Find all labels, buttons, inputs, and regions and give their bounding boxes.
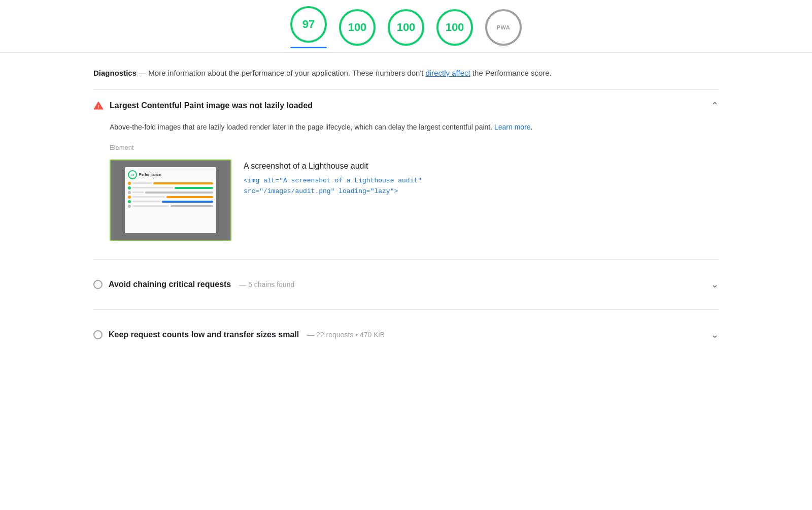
lh-mock-row-6: [128, 205, 213, 208]
element-row: 73 Performance: [110, 160, 719, 249]
element-name: A screenshot of a Lighthouse audit: [244, 162, 719, 171]
lh-mock-line-1: [132, 182, 152, 184]
audit-lcp-description: Above-the-fold images that are lazily lo…: [110, 121, 668, 134]
lh-mock-line-6: [132, 205, 169, 207]
score-seo[interactable]: 100: [436, 9, 473, 46]
audit-circle-icon-1: [93, 280, 103, 289]
audit-lcp-lazy-header[interactable]: ! Largest Contentful Paint image was not…: [93, 100, 719, 111]
audit-chaining-left: Avoid chaining critical requests — 5 cha…: [93, 280, 294, 289]
audit-lcp-description-text: Above-the-fold images that are lazily lo…: [110, 123, 494, 131]
lh-mock-line-4: [132, 196, 165, 198]
lh-mock: 73 Performance: [125, 167, 216, 233]
lh-mock-bar-4: [166, 196, 213, 198]
lh-mock-circle: 73: [128, 170, 137, 179]
audit-request-counts-left: Keep request counts low and transfer siz…: [93, 330, 385, 339]
score-seo-wrapper[interactable]: 100: [436, 9, 473, 46]
score-pwa[interactable]: PWA: [485, 9, 522, 46]
score-accessibility-value: 100: [348, 21, 367, 34]
audit-request-counts-subtitle: — 22 requests • 470 KiB: [307, 331, 385, 339]
warning-icon: !: [93, 101, 104, 111]
diagnostics-header: Diagnostics — More information about the…: [93, 53, 719, 89]
score-accessibility[interactable]: 100: [339, 9, 376, 46]
lh-mock-dot-4: [128, 196, 131, 199]
lh-mock-bar-2: [175, 187, 213, 189]
element-info: A screenshot of a Lighthouse audit <img …: [244, 160, 719, 197]
lh-mock-bar-6: [171, 205, 213, 207]
audit-lcp-description-end: .: [531, 123, 533, 131]
score-pwa-wrapper[interactable]: PWA: [485, 9, 522, 46]
element-code-line1: <img alt="A screenshot of a Lighthouse a…: [244, 177, 422, 184]
lh-mock-line-2: [132, 187, 173, 188]
screenshot-thumbnail: 73 Performance: [110, 160, 231, 241]
audit-chaining-header[interactable]: Avoid chaining critical requests — 5 cha…: [93, 270, 719, 299]
svg-text:!: !: [98, 104, 99, 109]
chevron-down-icon-1[interactable]: ⌄: [711, 279, 719, 290]
audit-chaining-title: Avoid chaining critical requests: [109, 280, 231, 289]
diagnostics-label: Diagnostics: [93, 69, 137, 77]
diagnostics-link[interactable]: directly affect: [426, 69, 470, 77]
lh-mock-dot-2: [128, 186, 131, 189]
lh-mock-bar-3: [145, 192, 213, 194]
score-performance-value: 97: [302, 18, 315, 31]
lh-mock-dot-3: [128, 191, 131, 194]
diagnostics-description2: the Performance score.: [470, 69, 552, 77]
chevron-up-icon[interactable]: ⌃: [711, 100, 719, 111]
lh-mock-row-2: [128, 186, 213, 189]
score-seo-value: 100: [446, 21, 464, 34]
lh-mock-row-5: [128, 200, 213, 203]
lh-mock-bar-5: [162, 201, 213, 203]
score-performance-wrapper[interactable]: 97: [290, 6, 327, 48]
audit-lcp-lazy: ! Largest Contentful Paint image was not…: [93, 90, 719, 259]
score-best-practices-value: 100: [397, 21, 416, 34]
diagnostics-description: — More information about the performance…: [137, 69, 426, 77]
lh-mock-dot-6: [128, 205, 131, 208]
lh-mock-row-3: [128, 191, 213, 194]
score-accessibility-wrapper[interactable]: 100: [339, 9, 376, 46]
audit-request-counts-title: Keep request counts low and transfer siz…: [109, 330, 299, 339]
screenshot-inner: 73 Performance: [111, 161, 230, 240]
element-label: Element: [110, 144, 719, 151]
main-content: Diagnostics — More information about the…: [61, 53, 751, 360]
lh-mock-dot-1: [128, 182, 131, 185]
audit-lcp-lazy-title: Largest Contentful Paint image was not l…: [110, 101, 313, 110]
lh-mock-title: Performance: [139, 173, 161, 176]
score-best-practices[interactable]: 100: [388, 9, 424, 46]
chevron-down-icon-2[interactable]: ⌄: [711, 329, 719, 340]
element-code: <img alt="A screenshot of a Lighthouse a…: [244, 176, 719, 197]
audit-request-counts-header[interactable]: Keep request counts low and transfer siz…: [93, 320, 719, 349]
lh-mock-row-4: [128, 196, 213, 199]
lh-mock-line-5: [132, 201, 160, 202]
lh-mock-header: 73 Performance: [128, 170, 213, 179]
lh-mock-row-1: [128, 182, 213, 185]
lh-mock-dot-5: [128, 200, 131, 203]
audit-request-counts: Keep request counts low and transfer siz…: [93, 310, 719, 360]
audit-circle-icon-2: [93, 330, 103, 339]
score-pwa-value: PWA: [497, 24, 511, 30]
lh-mock-line-3: [132, 192, 144, 193]
lh-mock-bar-1: [153, 182, 213, 184]
scores-bar: 97 100 100 100 PWA: [0, 0, 812, 48]
audit-chaining: Avoid chaining critical requests — 5 cha…: [93, 260, 719, 309]
score-best-practices-wrapper[interactable]: 100: [388, 9, 424, 46]
audit-lcp-lazy-left: ! Largest Contentful Paint image was not…: [93, 101, 313, 111]
audit-chaining-subtitle: — 5 chains found: [239, 280, 294, 289]
element-code-line2: src="/images/audit.png" loading="lazy">: [244, 187, 398, 195]
learn-more-link[interactable]: Learn more: [494, 123, 531, 131]
score-performance[interactable]: 97: [290, 6, 327, 43]
